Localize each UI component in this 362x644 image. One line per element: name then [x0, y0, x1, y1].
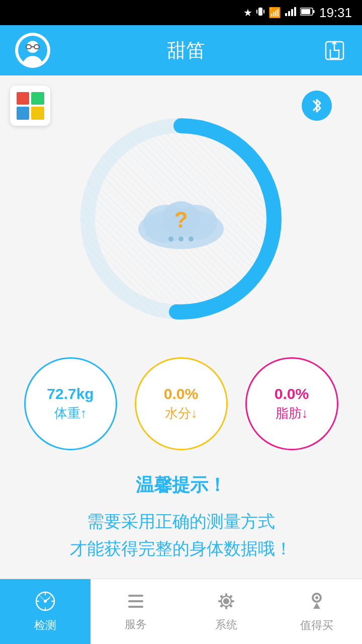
svg-rect-3 [285, 13, 287, 16]
message-title: 温馨提示！ [136, 473, 226, 498]
weight-value: 72.7kg [47, 385, 94, 403]
water-label: 水分↓ [165, 405, 198, 422]
svg-rect-0 [258, 8, 262, 16]
svg-rect-9 [301, 9, 310, 14]
svg-point-29 [189, 236, 194, 242]
svg-marker-52 [313, 603, 320, 609]
tab-service[interactable]: 服务 [90, 579, 181, 644]
tab-service-label: 服务 [125, 617, 147, 632]
detect-icon [35, 591, 56, 615]
svg-point-28 [178, 236, 184, 242]
avatar[interactable] [15, 33, 50, 68]
system-icon [216, 591, 236, 614]
message-body: 需要采用正确的测量方式 才能获得完整的身体数据哦！ [70, 508, 292, 562]
svg-point-53 [315, 596, 318, 599]
battery-icon [300, 8, 315, 18]
tab-zhide-label: 值得买 [300, 618, 333, 633]
svg-rect-38 [128, 600, 143, 602]
status-icons: ★ 📶 19:31 [243, 5, 352, 21]
svg-rect-37 [128, 595, 143, 597]
svg-rect-45 [231, 600, 234, 602]
windows-logo [17, 92, 44, 120]
svg-rect-44 [218, 600, 222, 602]
fat-label: 脂肪↓ [276, 405, 308, 422]
cloud-icon: ? [131, 186, 231, 252]
svg-point-40 [223, 598, 229, 604]
ring-chart[interactable]: ? [68, 106, 294, 332]
zhide-icon [307, 591, 326, 615]
water-value: 0.0% [164, 385, 198, 403]
status-time: 19:31 [319, 5, 352, 21]
svg-rect-39 [128, 606, 143, 608]
stat-fat[interactable]: 0.0% 脂肪↓ [245, 357, 338, 450]
service-icon [126, 592, 145, 614]
main-content: ? 72.7kg 体重↑ 0.0% 水分↓ 0.0% 脂肪↓ 温馨提示！ 需要采… [0, 75, 362, 644]
svg-text:?: ? [174, 207, 188, 232]
stat-water[interactable]: 0.0% 水分↓ [135, 357, 228, 450]
svg-rect-42 [225, 593, 227, 597]
svg-rect-1 [256, 10, 257, 14]
stat-weight[interactable]: 72.7kg 体重↑ [24, 357, 117, 450]
status-bar: ★ 📶 19:31 [0, 0, 362, 25]
tab-detect-label: 检测 [34, 618, 56, 633]
message-area: 温馨提示！ 需要采用正确的测量方式 才能获得完整的身体数据哦！ [0, 473, 362, 562]
svg-rect-4 [288, 11, 290, 16]
bluetooth-status-icon: ★ [243, 7, 252, 19]
svg-point-27 [168, 236, 173, 242]
tab-zhide[interactable]: 值得买 [272, 579, 362, 644]
tab-detect[interactable]: 检测 [0, 579, 90, 644]
tab-system[interactable]: 系统 [181, 579, 272, 644]
svg-rect-2 [263, 10, 264, 14]
tab-bar: 检测 服务 [0, 579, 362, 644]
svg-rect-8 [313, 10, 314, 13]
weight-label: 体重↑ [54, 405, 87, 422]
header: 甜笛 [0, 25, 362, 75]
svg-rect-43 [225, 606, 227, 609]
tab-system-label: 系统 [215, 617, 237, 632]
app-icon[interactable] [10, 86, 50, 126]
svg-rect-6 [294, 7, 296, 16]
stats-row: 72.7kg 体重↑ 0.0% 水分↓ 0.0% 脂肪↓ [0, 357, 362, 450]
svg-rect-5 [291, 9, 293, 16]
app-title: 甜笛 [50, 38, 322, 63]
cloud-center: ? [131, 186, 231, 252]
bluetooth-badge[interactable] [302, 91, 332, 121]
share-button[interactable] [322, 38, 347, 63]
vibrate-icon [256, 7, 264, 19]
fat-value: 0.0% [275, 385, 309, 403]
signal-icon [285, 7, 296, 19]
wifi-icon: 📶 [268, 7, 281, 19]
